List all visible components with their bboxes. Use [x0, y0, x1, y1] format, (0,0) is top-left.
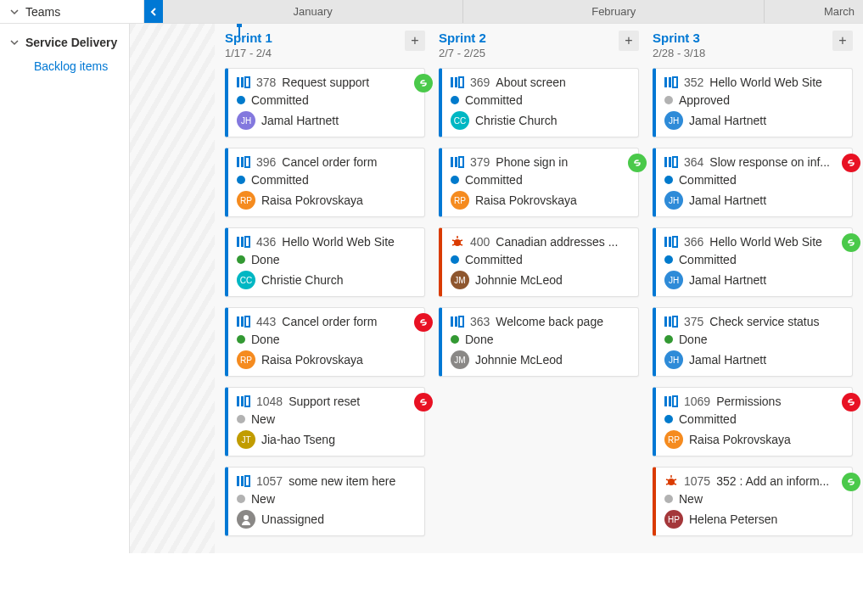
- work-item-card[interactable]: 369About screenCommittedCCChristie Churc…: [439, 68, 639, 137]
- work-item-id: 369: [470, 76, 490, 89]
- work-item-id: 396: [256, 155, 276, 169]
- link-badge-icon[interactable]: [842, 393, 860, 412]
- svg-rect-35: [451, 316, 453, 327]
- link-badge-icon[interactable]: [842, 154, 860, 172]
- assignee-name: Jamal Hartnett: [689, 273, 766, 287]
- add-card-button[interactable]: +: [832, 31, 853, 51]
- link-badge-icon[interactable]: [842, 473, 860, 491]
- svg-line-33: [452, 244, 455, 245]
- bug-icon: [451, 236, 464, 248]
- link-badge-icon[interactable]: [628, 154, 647, 172]
- state-dot-icon: [237, 495, 245, 503]
- work-item-card[interactable]: 379Phone sign inCommittedRPRaisa Pokrovs…: [439, 148, 639, 217]
- work-item-id: 443: [256, 315, 276, 328]
- sprint-title-link[interactable]: Sprint 2: [439, 31, 486, 45]
- svg-line-60: [674, 479, 676, 480]
- work-item-card[interactable]: 1069PermissionsCommittedRPRaisa Pokrovsk…: [653, 387, 853, 456]
- avatar: RP: [451, 191, 469, 210]
- link-badge-icon[interactable]: [414, 313, 433, 332]
- svg-rect-48: [673, 237, 677, 247]
- work-item-card[interactable]: 1057some new item hereNewUnassigned: [225, 467, 425, 536]
- svg-rect-47: [669, 237, 671, 247]
- work-item-card[interactable]: 375Check service statusDoneJHJamal Hartn…: [653, 307, 853, 377]
- svg-rect-39: [669, 77, 671, 87]
- backlog-item-icon: [664, 316, 678, 328]
- chevron-down-icon: [10, 36, 19, 49]
- svg-rect-42: [664, 157, 667, 167]
- assignee-name: Jamal Hartnett: [261, 114, 339, 127]
- svg-rect-43: [669, 157, 671, 167]
- avatar: JH: [237, 111, 255, 130]
- work-item-title: Phone sign in: [496, 155, 568, 169]
- add-card-button[interactable]: +: [405, 31, 425, 51]
- svg-rect-38: [664, 77, 667, 87]
- assignee-name: Johnnie McLeod: [475, 273, 563, 287]
- svg-rect-7: [237, 237, 239, 247]
- work-item-card[interactable]: 363Welcome back pageDoneJMJohnnie McLeod: [439, 307, 639, 377]
- work-item-id: 352: [684, 76, 703, 89]
- work-item-id: 1048: [256, 395, 283, 408]
- work-item-card[interactable]: 364Slow response on inf...CommittedJHJam…: [653, 148, 853, 217]
- sidebar-group-header[interactable]: Service Delivery: [0, 31, 129, 54]
- work-item-title: About screen: [496, 76, 566, 89]
- link-badge-icon[interactable]: [842, 233, 860, 252]
- state-dot-icon: [237, 415, 245, 423]
- backlog-item-icon: [237, 76, 250, 88]
- assignee-name: Christie Church: [261, 273, 343, 287]
- top-bar: Teams January February March: [0, 0, 863, 24]
- work-item-state: Committed: [465, 173, 523, 187]
- work-item-card[interactable]: 443Cancel order formDoneRPRaisa Pokrovsk…: [225, 307, 425, 377]
- work-item-card[interactable]: 378Request supportCommittedJHJamal Hartn…: [225, 68, 425, 137]
- work-item-state: New: [679, 492, 703, 506]
- avatar: JH: [664, 191, 683, 210]
- state-dot-icon: [237, 255, 245, 264]
- svg-rect-9: [245, 237, 249, 247]
- link-badge-icon[interactable]: [414, 393, 433, 412]
- backlog-item-icon: [451, 316, 464, 328]
- work-item-state: Done: [251, 333, 279, 346]
- work-item-title: Hello World Web Site: [709, 235, 822, 249]
- svg-rect-20: [245, 476, 249, 486]
- svg-rect-4: [237, 157, 239, 167]
- sprint-title-link[interactable]: Sprint 1: [225, 31, 272, 45]
- work-item-title: Cancel order form: [282, 155, 377, 169]
- backlog-item-icon: [664, 156, 678, 168]
- assignee-name: Jia-hao Tseng: [261, 433, 335, 446]
- work-item-card[interactable]: 1048Support resetNewJTJia-hao Tseng: [225, 387, 425, 456]
- assignee-name: Unassigned: [261, 512, 324, 526]
- add-card-button[interactable]: +: [619, 31, 639, 51]
- avatar: RP: [237, 350, 255, 369]
- teams-header[interactable]: Teams: [0, 0, 144, 23]
- backlog-item-icon: [451, 76, 464, 88]
- svg-rect-28: [459, 157, 463, 167]
- prev-month-button[interactable]: [144, 0, 163, 23]
- svg-rect-2: [241, 77, 244, 87]
- work-item-card[interactable]: 400Canadian addresses ...CommittedJMJohn…: [439, 227, 639, 297]
- backlog-item-icon: [664, 76, 678, 88]
- sprint-title-link[interactable]: Sprint 3: [653, 31, 700, 45]
- state-dot-icon: [664, 176, 673, 184]
- sidebar-group-label: Service Delivery: [25, 36, 117, 49]
- work-item-card[interactable]: 366Hello World Web SiteCommittedJHJamal …: [653, 227, 853, 297]
- work-item-card[interactable]: 1075352 : Add an inform...NewHPHelena Pe…: [653, 467, 853, 536]
- svg-rect-53: [664, 396, 667, 406]
- sidebar-item-backlog[interactable]: Backlog items: [0, 54, 129, 78]
- svg-rect-37: [459, 316, 463, 327]
- month-march: March: [765, 0, 863, 23]
- svg-line-62: [674, 484, 676, 484]
- work-item-id: 1057: [256, 474, 283, 488]
- work-item-title: Support reset: [289, 395, 360, 408]
- svg-rect-13: [245, 316, 249, 327]
- work-item-id: 375: [684, 315, 703, 328]
- svg-rect-3: [245, 77, 249, 87]
- link-badge-icon[interactable]: [414, 74, 433, 92]
- work-item-card[interactable]: 436Hello World Web SiteDoneCCChristie Ch…: [225, 227, 425, 297]
- work-item-card[interactable]: 396Cancel order formCommittedRPRaisa Pok…: [225, 148, 425, 217]
- work-item-card[interactable]: 352Hello World Web SiteApprovedJHJamal H…: [653, 68, 853, 137]
- chevron-down-icon: [10, 5, 19, 19]
- assignee-name: Raisa Pokrovskaya: [261, 193, 363, 207]
- state-dot-icon: [664, 415, 673, 423]
- timeline-header: January February March: [144, 0, 863, 23]
- assignee-name: Jamal Hartnett: [689, 353, 766, 367]
- svg-rect-23: [455, 77, 457, 87]
